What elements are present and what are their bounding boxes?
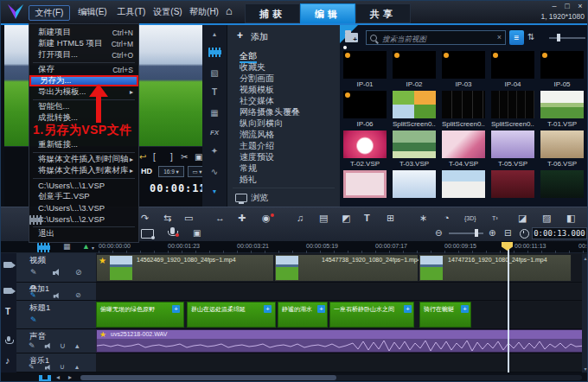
library-thumbnail[interactable] bbox=[442, 131, 485, 158]
mask-creator-icon[interactable]: ◪ bbox=[518, 213, 527, 224]
scroll-down-icon[interactable]: ▾ bbox=[202, 188, 227, 195]
speaker-icon[interactable] bbox=[53, 269, 61, 277]
menu-item-insert-to-timeline[interactable]: 将媒体文件插入到时间轴▸ bbox=[29, 154, 138, 165]
title-clip[interactable]: 一座石桥静卧山水之间 + bbox=[329, 302, 414, 328]
menu-item-new-html5[interactable]: 新建 HTML5 项目Ctrl+M bbox=[29, 38, 138, 49]
list-view-toggle[interactable]: ≡ bbox=[509, 30, 524, 45]
sort-icon[interactable]: ⇅ bbox=[527, 32, 534, 41]
add-title-icon[interactable]: + bbox=[461, 305, 469, 313]
scroll-up-icon[interactable]: ▴ bbox=[202, 30, 227, 38]
video-clip[interactable]: ★ 14562469_1920_1080_24fps~1.mp4 bbox=[96, 254, 274, 282]
scroll-right-icon[interactable]: ▸ bbox=[68, 373, 72, 381]
library-thumbnail[interactable] bbox=[540, 51, 584, 79]
menu-item-insert-to-library[interactable]: 将媒体文件插入到素材库▸ bbox=[29, 165, 138, 176]
fx-filter-icon[interactable]: FX bbox=[202, 129, 227, 137]
category-item[interactable]: 速度预设 bbox=[240, 151, 274, 162]
multicam-icon[interactable]: ⊞ bbox=[387, 213, 394, 224]
ripple-icon[interactable]: ⊘ bbox=[75, 268, 82, 277]
title-clip[interactable]: 俯瞰无垠的绿色原野 + bbox=[96, 302, 184, 328]
motion-tracking-icon[interactable]: ∗ bbox=[419, 213, 427, 224]
menu-item-relink[interactable]: 重新链接... bbox=[29, 139, 138, 150]
add-title-icon[interactable]: + bbox=[317, 305, 325, 313]
library-thumbnail[interactable] bbox=[491, 51, 534, 79]
import-media-icon[interactable] bbox=[345, 33, 358, 42]
track-header-overlay[interactable]: 叠加1 ✎ ⊘ bbox=[16, 283, 96, 301]
library-thumbnail[interactable] bbox=[393, 170, 436, 198]
library-thumbnail[interactable] bbox=[393, 131, 436, 158]
snapshot-icon[interactable]: ▣ bbox=[193, 228, 201, 238]
video-clip[interactable]: 14547738_1920_1080_24fps~1.mp4 bbox=[274, 254, 419, 282]
menu-tools[interactable]: 工具(T) bbox=[113, 5, 150, 19]
add-folder-icon[interactable]: + bbox=[237, 29, 243, 41]
category-item[interactable]: 潮流风格 bbox=[240, 129, 274, 140]
library-thumbnail[interactable] bbox=[343, 51, 387, 79]
browse-label[interactable]: 浏览 bbox=[251, 192, 268, 204]
fit-timeline-icon[interactable] bbox=[39, 375, 51, 381]
pencil-icon[interactable]: ✎ bbox=[30, 315, 37, 324]
split-icon[interactable]: ↔ bbox=[215, 213, 225, 223]
category-item[interactable]: 主题介绍 bbox=[240, 140, 274, 151]
library-thumbnail[interactable] bbox=[343, 170, 387, 198]
category-item[interactable]: 收藏夹 bbox=[240, 61, 265, 73]
add-title-icon[interactable]: + bbox=[172, 305, 180, 313]
speaker-icon[interactable] bbox=[54, 293, 61, 300]
repeat-icon[interactable]: ↩ bbox=[139, 152, 146, 162]
redo-icon[interactable]: ↷ bbox=[141, 213, 149, 224]
audio-clip[interactable]: ★ uvs251218-002.WAV bbox=[96, 329, 585, 353]
volume-curve-icon[interactable]: ∪ bbox=[60, 341, 66, 350]
menu-item-save-as[interactable]: 另存为... bbox=[29, 75, 138, 86]
split-clip-icon[interactable]: ✂ bbox=[181, 152, 188, 162]
timeline-ruler[interactable]: 00:00:00:00 00:00:01:23 00:00:03:21 00:0… bbox=[96, 241, 588, 253]
library-thumbnail[interactable] bbox=[491, 91, 534, 118]
screen-record-icon[interactable] bbox=[141, 229, 154, 239]
ar-sticker-icon[interactable]: {3D} bbox=[464, 215, 476, 221]
overlay-track-icon[interactable] bbox=[3, 288, 12, 294]
maximize-icon[interactable]: □ bbox=[562, 2, 572, 10]
library-thumbnail[interactable] bbox=[491, 170, 534, 198]
track-header-title[interactable]: 标题1 ✎ bbox=[16, 301, 96, 329]
pencil-icon[interactable]: ✎ bbox=[30, 291, 36, 299]
duration-clock-icon[interactable] bbox=[520, 229, 529, 239]
add-title-icon[interactable]: + bbox=[264, 305, 272, 313]
library-thumbnail[interactable] bbox=[393, 91, 436, 118]
menu-item-smart-package[interactable]: 智能包... bbox=[29, 101, 138, 112]
volume-curve-icon[interactable]: ∪ bbox=[60, 363, 65, 371]
close-icon[interactable]: × bbox=[575, 2, 585, 10]
thumb-size-slider-handle[interactable] bbox=[557, 34, 560, 41]
painting-creator-icon[interactable]: ◩ bbox=[342, 213, 350, 224]
mark-in-icon[interactable]: [ bbox=[153, 152, 156, 162]
pan-zoom-icon[interactable]: ✚ bbox=[238, 213, 246, 224]
menu-item-save[interactable]: 保存Ctrl+S bbox=[29, 64, 138, 75]
category-item[interactable]: 分割画面 bbox=[240, 73, 274, 84]
title-clip[interactable]: 静谧的湖水 + bbox=[278, 302, 328, 328]
category-item[interactable]: 婚礼 bbox=[240, 174, 257, 185]
storyboard-view-icon[interactable]: ▦ bbox=[63, 242, 71, 251]
menu-item-new-project[interactable]: 新建项目Ctrl+N bbox=[29, 27, 138, 38]
video-clip[interactable]: 14747216_1920_1080_24fps~1.mp4 bbox=[419, 254, 572, 282]
adjust-icon[interactable]: ◧ bbox=[566, 213, 575, 224]
ducking-icon[interactable]: ▴ bbox=[75, 341, 80, 350]
scroll-up-icon[interactable]: ▴ bbox=[582, 255, 588, 261]
library-thumbnail[interactable] bbox=[393, 51, 436, 79]
library-thumbnail[interactable] bbox=[442, 91, 485, 118]
library-thumbnail[interactable] bbox=[343, 131, 387, 158]
pencil-icon[interactable]: ✎ bbox=[29, 363, 35, 371]
category-item[interactable]: 网络摄像头覆叠 bbox=[240, 106, 300, 118]
project-duration[interactable]: 0:00:13.000 bbox=[532, 227, 587, 239]
menu-item-recent-3[interactable]: C:\Users\...\3.VSP bbox=[29, 202, 138, 213]
title-icon[interactable]: T bbox=[202, 87, 227, 97]
search-input[interactable] bbox=[380, 32, 493, 45]
pencil-icon[interactable]: ✎ bbox=[29, 341, 35, 350]
color-grading-icon[interactable]: ◉ bbox=[262, 213, 271, 224]
voice-track-icon[interactable] bbox=[4, 336, 13, 346]
tab-share[interactable]: 共享 bbox=[355, 3, 411, 23]
subtitle-editor-icon[interactable]: T bbox=[364, 213, 370, 223]
speech-to-text-icon[interactable]: ◔ bbox=[444, 213, 450, 223]
overlay-options-icon[interactable]: ▨ bbox=[542, 213, 551, 224]
clear-search-icon[interactable]: × bbox=[497, 33, 502, 41]
category-item[interactable]: 纵向到横向 bbox=[240, 118, 283, 129]
aspect-ratio-dropdown[interactable]: 16:9 ▾ bbox=[158, 166, 184, 177]
library-thumbnail[interactable] bbox=[540, 170, 584, 198]
timeline-zoom-handle[interactable] bbox=[475, 229, 478, 237]
menu-item-recent-2[interactable]: 创意手工.VSP bbox=[29, 191, 138, 202]
